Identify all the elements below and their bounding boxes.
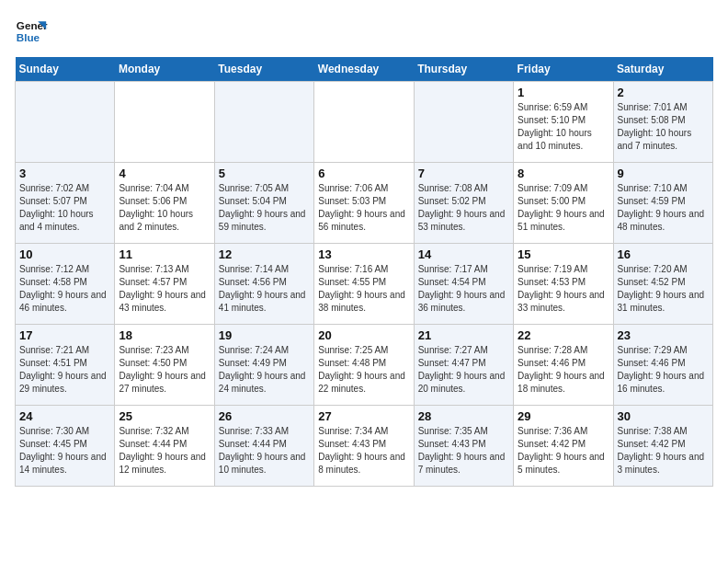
day-info: Sunrise: 6:59 AM Sunset: 5:10 PM Dayligh…: [518, 101, 609, 153]
day-number: 25: [119, 409, 210, 423]
day-number: 11: [119, 247, 210, 261]
calendar-cell: 28Sunrise: 7:35 AM Sunset: 4:43 PM Dayli…: [414, 406, 513, 487]
calendar-cell: 29Sunrise: 7:36 AM Sunset: 4:42 PM Dayli…: [514, 406, 613, 487]
calendar-cell: 22Sunrise: 7:28 AM Sunset: 4:46 PM Dayli…: [514, 325, 613, 406]
calendar-cell: 11Sunrise: 7:13 AM Sunset: 4:57 PM Dayli…: [115, 244, 214, 325]
day-number: 12: [219, 247, 310, 261]
day-info: Sunrise: 7:32 AM Sunset: 4:44 PM Dayligh…: [119, 425, 210, 477]
calendar-table: SundayMondayTuesdayWednesdayThursdayFrid…: [15, 57, 713, 487]
calendar-cell: [314, 82, 414, 163]
day-info: Sunrise: 7:04 AM Sunset: 5:06 PM Dayligh…: [119, 182, 210, 234]
calendar-cell: 27Sunrise: 7:34 AM Sunset: 4:43 PM Dayli…: [314, 406, 414, 487]
weekday-header-sunday: Sunday: [16, 57, 115, 82]
calendar-cell: 7Sunrise: 7:08 AM Sunset: 5:02 PM Daylig…: [414, 163, 513, 244]
calendar-body: 1Sunrise: 6:59 AM Sunset: 5:10 PM Daylig…: [16, 82, 713, 487]
day-number: 28: [418, 409, 509, 423]
day-number: 19: [219, 328, 310, 342]
day-number: 16: [618, 247, 709, 261]
calendar-cell: 16Sunrise: 7:20 AM Sunset: 4:52 PM Dayli…: [613, 244, 712, 325]
day-info: Sunrise: 7:05 AM Sunset: 5:04 PM Dayligh…: [219, 182, 310, 234]
calendar-cell: 20Sunrise: 7:25 AM Sunset: 4:48 PM Dayli…: [314, 325, 414, 406]
calendar-cell: 13Sunrise: 7:16 AM Sunset: 4:55 PM Dayli…: [314, 244, 414, 325]
day-info: Sunrise: 7:14 AM Sunset: 4:56 PM Dayligh…: [219, 263, 310, 315]
day-info: Sunrise: 7:25 AM Sunset: 4:48 PM Dayligh…: [318, 344, 409, 396]
calendar-cell: 12Sunrise: 7:14 AM Sunset: 4:56 PM Dayli…: [214, 244, 313, 325]
calendar-week-5: 24Sunrise: 7:30 AM Sunset: 4:45 PM Dayli…: [16, 406, 713, 487]
day-info: Sunrise: 7:33 AM Sunset: 4:44 PM Dayligh…: [219, 425, 310, 477]
calendar-cell: 26Sunrise: 7:33 AM Sunset: 4:44 PM Dayli…: [214, 406, 313, 487]
logo-icon: General Blue: [15, 15, 48, 48]
day-info: Sunrise: 7:36 AM Sunset: 4:42 PM Dayligh…: [518, 425, 609, 477]
day-info: Sunrise: 7:38 AM Sunset: 4:42 PM Dayligh…: [618, 425, 709, 477]
day-number: 18: [119, 328, 210, 342]
weekday-header-monday: Monday: [115, 57, 214, 82]
day-info: Sunrise: 7:16 AM Sunset: 4:55 PM Dayligh…: [318, 263, 409, 315]
day-number: 9: [618, 167, 709, 180]
calendar-cell: 17Sunrise: 7:21 AM Sunset: 4:51 PM Dayli…: [16, 325, 115, 406]
calendar-cell: 15Sunrise: 7:19 AM Sunset: 4:53 PM Dayli…: [514, 244, 613, 325]
day-info: Sunrise: 7:35 AM Sunset: 4:43 PM Dayligh…: [418, 425, 509, 477]
calendar-cell: 1Sunrise: 6:59 AM Sunset: 5:10 PM Daylig…: [514, 82, 613, 163]
day-number: 14: [418, 247, 509, 261]
day-number: 29: [518, 409, 609, 423]
calendar-cell: [115, 82, 214, 163]
day-number: 1: [518, 86, 609, 99]
day-info: Sunrise: 7:10 AM Sunset: 4:59 PM Dayligh…: [618, 182, 709, 234]
calendar-cell: [214, 82, 313, 163]
calendar-cell: [16, 82, 115, 163]
day-info: Sunrise: 7:21 AM Sunset: 4:51 PM Dayligh…: [19, 344, 110, 396]
day-number: 13: [318, 247, 409, 261]
weekday-header-saturday: Saturday: [613, 57, 712, 82]
day-info: Sunrise: 7:01 AM Sunset: 5:08 PM Dayligh…: [618, 101, 709, 153]
day-info: Sunrise: 7:19 AM Sunset: 4:53 PM Dayligh…: [518, 263, 609, 315]
day-number: 6: [318, 167, 409, 180]
weekday-header-friday: Friday: [514, 57, 613, 82]
day-info: Sunrise: 7:09 AM Sunset: 5:00 PM Dayligh…: [518, 182, 609, 234]
svg-text:Blue: Blue: [17, 31, 40, 43]
weekday-header-thursday: Thursday: [414, 57, 513, 82]
calendar-cell: 25Sunrise: 7:32 AM Sunset: 4:44 PM Dayli…: [115, 406, 214, 487]
calendar-cell: 23Sunrise: 7:29 AM Sunset: 4:46 PM Dayli…: [613, 325, 712, 406]
day-number: 20: [318, 328, 409, 342]
calendar-week-3: 10Sunrise: 7:12 AM Sunset: 4:58 PM Dayli…: [16, 244, 713, 325]
page-header: General Blue: [15, 15, 713, 48]
calendar-header: SundayMondayTuesdayWednesdayThursdayFrid…: [16, 57, 713, 82]
calendar-cell: 2Sunrise: 7:01 AM Sunset: 5:08 PM Daylig…: [613, 82, 712, 163]
day-number: 24: [19, 409, 110, 423]
day-number: 2: [618, 86, 709, 99]
day-info: Sunrise: 7:34 AM Sunset: 4:43 PM Dayligh…: [318, 425, 409, 477]
day-number: 27: [318, 409, 409, 423]
day-number: 4: [119, 167, 210, 180]
calendar-cell: 3Sunrise: 7:02 AM Sunset: 5:07 PM Daylig…: [16, 163, 115, 244]
day-number: 30: [618, 409, 709, 423]
day-number: 22: [518, 328, 609, 342]
calendar-week-4: 17Sunrise: 7:21 AM Sunset: 4:51 PM Dayli…: [16, 325, 713, 406]
calendar-cell: 5Sunrise: 7:05 AM Sunset: 5:04 PM Daylig…: [214, 163, 313, 244]
day-info: Sunrise: 7:30 AM Sunset: 4:45 PM Dayligh…: [19, 425, 110, 477]
day-info: Sunrise: 7:02 AM Sunset: 5:07 PM Dayligh…: [19, 182, 110, 234]
calendar-week-1: 1Sunrise: 6:59 AM Sunset: 5:10 PM Daylig…: [16, 82, 713, 163]
day-info: Sunrise: 7:12 AM Sunset: 4:58 PM Dayligh…: [19, 263, 110, 315]
calendar-cell: 14Sunrise: 7:17 AM Sunset: 4:54 PM Dayli…: [414, 244, 513, 325]
day-number: 23: [618, 328, 709, 342]
day-info: Sunrise: 7:24 AM Sunset: 4:49 PM Dayligh…: [219, 344, 310, 396]
day-info: Sunrise: 7:29 AM Sunset: 4:46 PM Dayligh…: [618, 344, 709, 396]
day-number: 5: [219, 167, 310, 180]
calendar-cell: 18Sunrise: 7:23 AM Sunset: 4:50 PM Dayli…: [115, 325, 214, 406]
day-info: Sunrise: 7:17 AM Sunset: 4:54 PM Dayligh…: [418, 263, 509, 315]
day-number: 26: [219, 409, 310, 423]
day-number: 7: [418, 167, 509, 180]
day-info: Sunrise: 7:23 AM Sunset: 4:50 PM Dayligh…: [119, 344, 210, 396]
day-info: Sunrise: 7:20 AM Sunset: 4:52 PM Dayligh…: [618, 263, 709, 315]
day-info: Sunrise: 7:28 AM Sunset: 4:46 PM Dayligh…: [518, 344, 609, 396]
calendar-week-2: 3Sunrise: 7:02 AM Sunset: 5:07 PM Daylig…: [16, 163, 713, 244]
calendar-cell: 8Sunrise: 7:09 AM Sunset: 5:00 PM Daylig…: [514, 163, 613, 244]
day-number: 17: [19, 328, 110, 342]
day-info: Sunrise: 7:08 AM Sunset: 5:02 PM Dayligh…: [418, 182, 509, 234]
weekday-row: SundayMondayTuesdayWednesdayThursdayFrid…: [16, 57, 713, 82]
day-number: 15: [518, 247, 609, 261]
day-number: 3: [19, 167, 110, 180]
calendar-cell: 6Sunrise: 7:06 AM Sunset: 5:03 PM Daylig…: [314, 163, 414, 244]
calendar-cell: 9Sunrise: 7:10 AM Sunset: 4:59 PM Daylig…: [613, 163, 712, 244]
day-number: 8: [518, 167, 609, 180]
